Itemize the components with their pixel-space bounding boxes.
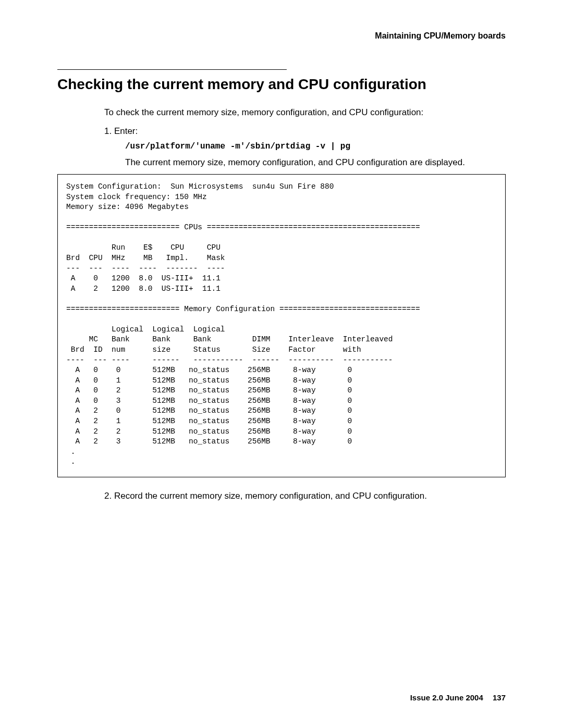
command-text: /usr/platform/'uname -m'/sbin/prtdiag -v… <box>125 142 506 151</box>
steps-list: 1. Enter: /usr/platform/'uname -m'/sbin/… <box>104 126 506 168</box>
section-title: Maintaining CPU/Memory boards <box>375 31 506 40</box>
page-header: Maintaining CPU/Memory boards <box>57 31 506 41</box>
page-title: Checking the current memory and CPU conf… <box>57 76 506 93</box>
step-2: 2. Record the current memory size, memor… <box>104 491 506 501</box>
page-number: 137 <box>493 693 506 702</box>
step-1: 1. Enter: /usr/platform/'uname -m'/sbin/… <box>104 126 506 168</box>
step-1-label: 1. Enter: <box>104 126 506 137</box>
title-rule <box>57 69 287 70</box>
issue-label: Issue 2.0 June 2004 <box>410 693 483 702</box>
intro-text: To check the current memory size, memory… <box>104 107 506 118</box>
result-text: The current memory size, memory configur… <box>125 157 506 168</box>
page-footer: Issue 2.0 June 2004 137 <box>410 693 506 702</box>
terminal-output: System Configuration: Sun Microsystems s… <box>57 174 506 477</box>
